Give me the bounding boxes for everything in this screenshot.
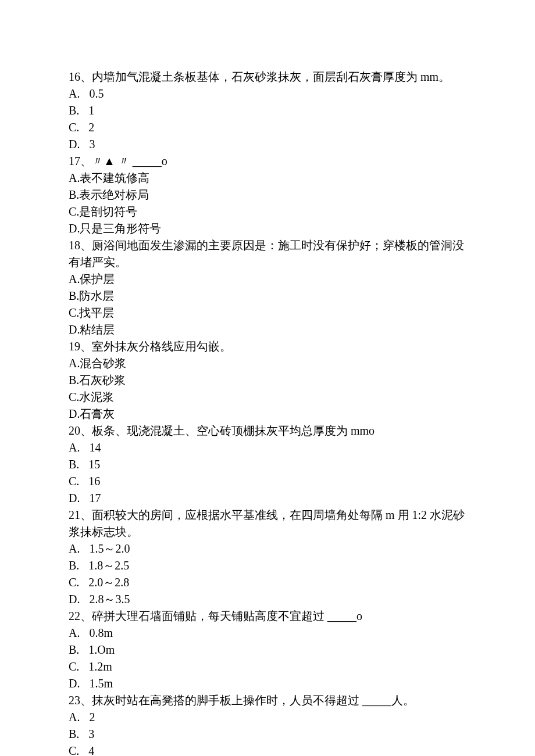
option-label: 1.5～2.0 — [89, 542, 130, 555]
option-label: 混合砂浆 — [80, 357, 126, 370]
option-letter: A. — [69, 87, 80, 100]
question-text: 16、内墙加气混凝土条板基体，石灰砂浆抹灰，面层刮石灰膏厚度为 mm。 — [69, 69, 471, 85]
question-text: 18、厕浴间地面发生渗漏的主要原因是：施工时没有保护好；穿楼板的管洞没有堵严实。 — [69, 237, 471, 271]
option: D.石膏灰 — [69, 406, 471, 422]
option-label: 1.Om — [88, 643, 115, 656]
question-text: 17、〃▲ 〃 _____o — [69, 153, 471, 170]
option: C.找平层 — [69, 304, 471, 321]
question: 19、室外抹灰分格线应用勾嵌。A.混合砂浆B.石灰砂浆C.水泥浆D.石膏灰 — [69, 338, 471, 422]
question-body: 厕浴间地面发生渗漏的主要原因是：施工时没有保护好；穿楼板的管洞没有堵严实。 — [69, 239, 464, 268]
option: D.17 — [69, 490, 471, 507]
option-letter: A. — [69, 273, 80, 285]
option: C.是剖切符号 — [69, 203, 471, 220]
option-label: 1.2m — [88, 660, 112, 673]
option-label: 1.8～2.5 — [88, 559, 129, 572]
option-letter: C. — [69, 660, 79, 673]
option: B.1.Om — [69, 642, 471, 658]
option-label: 3 — [88, 728, 94, 740]
option-letter: A. — [69, 357, 80, 370]
option: C.水泥浆 — [69, 389, 471, 406]
option-label: 水泥浆 — [79, 390, 114, 403]
option: A.0.8m — [69, 625, 471, 642]
option: D.3 — [69, 136, 471, 153]
option-letter: A. — [69, 626, 80, 639]
option-letter: A. — [69, 542, 80, 555]
option-letter: B. — [69, 374, 79, 386]
option-label: 防水层 — [79, 289, 114, 302]
option-letter: C. — [69, 121, 79, 134]
question: 16、内墙加气混凝土条板基体，石灰砂浆抹灰，面层刮石灰膏厚度为 mm。A.0.5… — [69, 69, 471, 153]
option-label: 0.5 — [89, 87, 104, 100]
option-label: 1 — [88, 104, 94, 117]
option: C.2.0～2.8 — [69, 574, 471, 591]
option: A.0.5 — [69, 85, 471, 102]
option: B.表示绝对标局 — [69, 187, 471, 203]
option-label: 14 — [89, 441, 101, 454]
option-letter: C. — [69, 205, 79, 218]
option: B.防水层 — [69, 288, 471, 304]
option-label: 17 — [89, 492, 101, 504]
option-letter: D. — [69, 593, 80, 605]
option-letter: A. — [69, 711, 80, 723]
question: 21、面积较大的房间，应根据水平基准线，在四周墙角处每隔 m 用 1:2 水泥砂… — [69, 507, 471, 608]
option-label: 粘结层 — [80, 323, 115, 336]
question-body: 室外抹灰分格线应用勾嵌。 — [92, 340, 231, 353]
document-page: 16、内墙加气混凝土条板基体，石灰砂浆抹灰，面层刮石灰膏厚度为 mm。A.0.5… — [0, 0, 535, 756]
option: A.14 — [69, 439, 471, 456]
option-label: 3 — [89, 138, 95, 151]
option-letter: C. — [69, 576, 79, 589]
option: C.1.2m — [69, 658, 471, 675]
option: D.只是三角形符号 — [69, 220, 471, 237]
option-letter: D. — [69, 677, 80, 690]
question-text: 23、抹灰时站在高凳搭的脚手板上操作时，人员不得超过 _____人。 — [69, 692, 471, 709]
option-letter: C. — [69, 475, 79, 488]
option: B.15 — [69, 456, 471, 473]
option-label: 保护层 — [80, 273, 115, 285]
question-number: 20、 — [69, 424, 92, 437]
option-label: 石膏灰 — [80, 407, 115, 420]
option-letter: B. — [69, 559, 79, 572]
option-label: 16 — [88, 475, 100, 488]
option-letter: B. — [69, 289, 79, 302]
option: B.1 — [69, 102, 471, 119]
option-letter: B. — [69, 458, 79, 471]
option: D.2.8～3.5 — [69, 591, 471, 608]
option-label: 表不建筑修高 — [80, 171, 149, 184]
option-label: 是剖切符号 — [79, 205, 137, 218]
question-body: 内墙加气混凝土条板基体，石灰砂浆抹灰，面层刮石灰膏厚度为 mm。 — [92, 70, 450, 83]
question-text: 22、碎拼大理石墙面铺贴，每天铺贴高度不宜超过 _____o — [69, 608, 471, 625]
question-number: 21、 — [69, 508, 92, 521]
option-letter: D. — [69, 407, 80, 420]
option-label: 15 — [88, 458, 100, 471]
option-letter: C. — [69, 390, 79, 403]
option-letter: A. — [69, 171, 80, 184]
option: B.3 — [69, 726, 471, 743]
option-label: 只是三角形符号 — [80, 222, 161, 235]
question-body: 板条、现浇混凝土、空心砖顶棚抹灰平均总厚度为 mmo — [92, 424, 374, 437]
option: C.2 — [69, 119, 471, 136]
question-number: 19、 — [69, 340, 92, 353]
question: 18、厕浴间地面发生渗漏的主要原因是：施工时没有保护好；穿楼板的管洞没有堵严实。… — [69, 237, 471, 338]
option: D.粘结层 — [69, 321, 471, 338]
question-number: 18、 — [69, 239, 92, 252]
option-letter: B. — [69, 188, 79, 201]
question-number: 17、 — [69, 155, 92, 167]
option: D.1.5m — [69, 675, 471, 692]
question-body: 抹灰时站在高凳搭的脚手板上操作时，人员不得超过 _____人。 — [92, 694, 415, 707]
option-label: 石灰砂浆 — [79, 374, 126, 386]
option-letter: A. — [69, 441, 80, 454]
question-number: 23、 — [69, 694, 92, 707]
option-label: 2 — [88, 121, 94, 134]
option: A.混合砂浆 — [69, 355, 471, 372]
option: A.1.5～2.0 — [69, 540, 471, 557]
option-letter: C. — [69, 306, 79, 319]
option-label: 找平层 — [79, 306, 114, 319]
question-number: 16、 — [69, 70, 92, 83]
option-label: 2.8～3.5 — [89, 593, 130, 605]
question-number: 22、 — [69, 610, 92, 622]
option-letter: D. — [69, 492, 80, 504]
question-text: 21、面积较大的房间，应根据水平基准线，在四周墙角处每隔 m 用 1:2 水泥砂… — [69, 507, 471, 540]
option-letter: D. — [69, 138, 80, 151]
option: B.1.8～2.5 — [69, 557, 471, 574]
option-letter: B. — [69, 643, 79, 656]
